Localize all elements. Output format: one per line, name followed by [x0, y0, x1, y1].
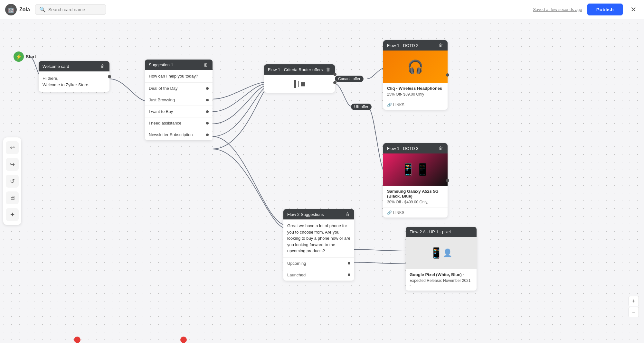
- dotd3-card[interactable]: Flow 1 - DOTD 3 🗑 📱 📱 Samsung Galaxy A52…: [383, 143, 448, 218]
- pixel-info: Google Pixel (White, Blue) - Expected Re…: [406, 269, 477, 291]
- zoom-controls: + −: [629, 296, 639, 317]
- start-label: Start: [26, 54, 36, 59]
- dotd2-product-price: 25% Off- $89.00 Only: [387, 92, 444, 97]
- dotd3-header: Flow 1 - DOTD 3 🗑: [383, 143, 448, 153]
- pixel-title: Flow 2 A - UP 1 - pixel: [410, 229, 451, 234]
- phone-icon-2: 📱: [415, 163, 430, 176]
- flow2-title: Flow 2 Suggestions: [287, 212, 324, 217]
- canvas: ↩ ↪ ↺ 🖥 ✦ ⚡ Start Welcome card 🗑 Hi ther…: [0, 19, 644, 343]
- criteria-card-title: Flow 1 - Criteria Router offers: [268, 67, 323, 72]
- dotd3-image: 📱 📱: [383, 153, 448, 186]
- bottom-indicator-2: [180, 337, 187, 343]
- search-input[interactable]: [48, 7, 100, 12]
- suggestion-card-header: Suggestion 1 🗑: [145, 60, 213, 70]
- magic-button[interactable]: ✦: [6, 208, 19, 221]
- phone-icon: 📱: [401, 163, 415, 176]
- pixel-phone-icon: 📱: [430, 247, 443, 259]
- criteria-card-header: Flow 1 - Criteria Router offers 🗑: [264, 64, 335, 75]
- uk-offer-badge: UK offer: [351, 104, 372, 110]
- list-item[interactable]: Upcoming: [283, 257, 354, 269]
- dotd3-title: Flow 1 - DOTD 3: [387, 146, 419, 151]
- app-name: Zola: [19, 7, 30, 13]
- dotd3-links[interactable]: 🔗 LINKS: [383, 208, 448, 218]
- app-logo: 🤖 Zola: [5, 4, 30, 15]
- flow2-options: Upcoming Launched: [283, 257, 354, 281]
- dotd2-header: Flow 1 - DOTD 2 🗑: [383, 40, 448, 51]
- bottom-indicator-1: [74, 337, 80, 343]
- list-item[interactable]: I need assistance: [145, 117, 213, 129]
- monitor-button[interactable]: 🖥: [6, 191, 19, 204]
- suggestion-card-delete[interactable]: 🗑: [203, 62, 209, 67]
- redo-button[interactable]: ↪: [6, 158, 19, 171]
- link-icon-3: 🔗: [387, 210, 392, 215]
- search-box[interactable]: 🔍: [35, 4, 106, 15]
- topbar: 🤖 Zola 🔍 Saved at few seconds ago Publis…: [0, 0, 644, 19]
- dotd2-title: Flow 1 - DOTD 2: [387, 43, 419, 48]
- link-icon: 🔗: [387, 103, 392, 107]
- pixel-image: 📱 👤: [406, 237, 477, 269]
- flow2-body: Great we have a lot of phone for you to …: [283, 219, 354, 257]
- welcome-card-title: Welcome card: [43, 64, 69, 69]
- close-button[interactable]: ✕: [628, 4, 639, 15]
- suggestion-card[interactable]: Suggestion 1 🗑 How can I help you today?…: [145, 60, 213, 140]
- welcome-card[interactable]: Welcome card 🗑 Hi there, Welcome to Zylk…: [39, 61, 109, 92]
- dotd2-info: Cliq - Wireless Headphones 25% Off- $89.…: [383, 83, 448, 100]
- suggestion-question: How can I help you today?: [145, 70, 213, 83]
- dotd2-image: 🎧: [383, 51, 448, 83]
- list-item[interactable]: Newsletter Subscription: [145, 129, 213, 140]
- flow2-delete[interactable]: 🗑: [345, 212, 350, 217]
- pixel-product-price: Expected Release: November 2021 -: [410, 278, 473, 287]
- list-item[interactable]: Deal of the Day: [145, 83, 213, 94]
- welcome-card-delete[interactable]: 🗑: [100, 64, 106, 69]
- flow2-text: Great we have a lot of phone for you to …: [287, 223, 350, 254]
- canada-offer-badge: Canada offer: [335, 76, 364, 82]
- publish-button[interactable]: Publish: [587, 4, 623, 15]
- pixel-person-icon: 👤: [443, 248, 452, 257]
- list-item[interactable]: Launched: [283, 269, 354, 281]
- dotd2-links[interactable]: 🔗 LINKS: [383, 100, 448, 110]
- logo-icon: 🤖: [5, 4, 17, 15]
- dotd2-body: 🎧 Cliq - Wireless Headphones 25% Off- $8…: [383, 51, 448, 110]
- welcome-line2: Welcome to Zylker Store.: [43, 82, 106, 88]
- list-item[interactable]: Just Browsing: [145, 94, 213, 106]
- dotd2-card[interactable]: Flow 1 - DOTD 2 🗑 🎧 Cliq - Wireless Head…: [383, 40, 448, 110]
- criteria-card-delete[interactable]: 🗑: [325, 67, 331, 72]
- headphone-icon: 🎧: [407, 59, 423, 74]
- welcome-line1: Hi there,: [43, 75, 106, 82]
- list-item[interactable]: I want to Buy: [145, 106, 213, 117]
- flow2-header: Flow 2 Suggestions 🗑: [283, 209, 354, 219]
- zoom-in-button[interactable]: +: [629, 296, 639, 306]
- zoom-out-button[interactable]: −: [629, 307, 639, 317]
- pixel-body: 📱 👤 Google Pixel (White, Blue) - Expecte…: [406, 237, 477, 291]
- start-node: ⚡ Start: [14, 51, 36, 62]
- welcome-card-header: Welcome card 🗑: [39, 61, 109, 71]
- dotd2-product-name: Cliq - Wireless Headphones: [387, 86, 444, 91]
- dotd3-info: Samsung Galaxy A52s 5G (Black, Blue) 30%…: [383, 186, 448, 208]
- search-icon: 🔍: [39, 6, 46, 13]
- welcome-card-body: Hi there, Welcome to Zylker Store.: [39, 71, 109, 92]
- criteria-card[interactable]: Flow 1 - Criteria Router offers 🗑 ▐|◼: [264, 64, 335, 93]
- dotd3-product-price: 30% Off - $499.00 Only,: [387, 200, 444, 204]
- left-toolbar: ↩ ↪ ↺ 🖥 ✦: [3, 137, 21, 225]
- suggestion-card-body: How can I help you today? Deal of the Da…: [145, 70, 213, 140]
- undo-button[interactable]: ↩: [6, 141, 19, 154]
- dotd3-product-name: Samsung Galaxy A52s 5G (Black, Blue): [387, 189, 444, 199]
- pixel-card[interactable]: Flow 2 A - UP 1 - pixel 📱 👤 Google Pixel…: [406, 227, 477, 291]
- start-icon: ⚡: [14, 51, 24, 62]
- dotd3-delete[interactable]: 🗑: [438, 146, 444, 151]
- flow2-suggestions-card[interactable]: Flow 2 Suggestions 🗑 Great we have a lot…: [283, 209, 354, 281]
- dotd2-delete[interactable]: 🗑: [438, 43, 444, 48]
- refresh-button[interactable]: ↺: [6, 175, 19, 188]
- pixel-header: Flow 2 A - UP 1 - pixel: [406, 227, 477, 237]
- pixel-product-name: Google Pixel (White, Blue) -: [410, 272, 473, 277]
- criteria-card-body: ▐|◼: [264, 75, 335, 93]
- dotd3-body: 📱 📱 Samsung Galaxy A52s 5G (Black, Blue)…: [383, 153, 448, 218]
- saved-status: Saved at few seconds ago: [533, 7, 582, 12]
- suggestion-card-title: Suggestion 1: [149, 62, 173, 67]
- criteria-icon: ▐|◼: [292, 80, 307, 88]
